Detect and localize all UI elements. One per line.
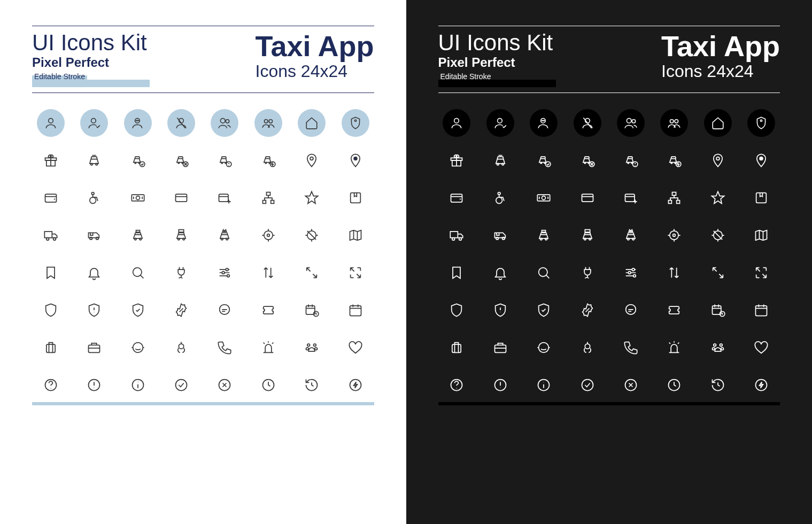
pixel-perfect: Pixel Perfect: [438, 55, 556, 70]
gift-icon: [438, 147, 475, 174]
svg-rect-38: [44, 232, 52, 238]
van-icon: [482, 221, 519, 249]
svg-point-129: [673, 234, 676, 237]
svg-point-68: [306, 348, 309, 350]
svg-point-25: [310, 157, 313, 160]
bell-icon: [482, 259, 519, 287]
svg-rect-104: [451, 194, 462, 202]
user-block-icon: [569, 109, 606, 137]
ticket-icon: [656, 296, 693, 324]
svg-point-40: [53, 238, 56, 241]
svg-point-77: [454, 118, 459, 123]
support-icon: [525, 334, 562, 361]
taxi-cancel-icon: [163, 147, 199, 174]
svg-point-28: [90, 197, 96, 204]
svg-point-96: [628, 163, 629, 164]
svg-point-31: [136, 196, 140, 200]
taxi-charge-icon: [250, 147, 287, 174]
svg-rect-120: [542, 230, 546, 233]
highlight-strip: [438, 80, 556, 87]
check-circle-icon: [569, 371, 606, 399]
map-icon: [743, 221, 780, 249]
svg-point-102: [716, 157, 720, 160]
svg-point-124: [584, 238, 586, 240]
bookmark-icon: [32, 259, 69, 287]
svg-point-142: [585, 344, 590, 349]
svg-point-16: [178, 163, 179, 164]
pin-filled-icon: [337, 147, 374, 174]
heart-icon: [743, 334, 780, 361]
collapse-icon: [699, 259, 736, 287]
svg-point-118: [496, 237, 498, 240]
history-icon: [293, 371, 330, 399]
calendar-icon: [743, 296, 780, 324]
svg-rect-113: [677, 201, 680, 204]
package-icon: [337, 184, 374, 212]
svg-point-0: [48, 118, 53, 123]
svg-rect-43: [136, 230, 140, 233]
chat-icon: [206, 296, 243, 324]
plug-eco-icon: [569, 259, 606, 287]
svg-point-67: [314, 344, 316, 346]
svg-point-73: [176, 380, 187, 391]
svg-point-99: [671, 163, 672, 164]
target-off-icon: [293, 221, 330, 249]
support-icon: [119, 334, 156, 361]
group-icon: [250, 109, 287, 137]
svg-rect-46: [179, 230, 183, 233]
card-add-icon: [206, 184, 243, 212]
search-icon: [525, 259, 562, 287]
svg-rect-139: [452, 344, 461, 352]
kit-title: UI Icons Kit: [32, 32, 150, 54]
tag-icon: [743, 109, 780, 137]
calendar-icon: [337, 296, 374, 324]
info-icon: [525, 371, 562, 399]
svg-point-143: [714, 344, 716, 346]
svg-rect-109: [582, 194, 593, 202]
bottom-highlight: [438, 402, 780, 405]
collapse-icon: [293, 259, 330, 287]
pin-icon: [293, 147, 330, 174]
svg-point-89: [502, 163, 504, 165]
svg-point-81: [627, 118, 631, 123]
phone-icon: [612, 334, 649, 361]
svg-rect-37: [350, 193, 360, 203]
clock-icon: [250, 371, 287, 399]
target-icon: [656, 221, 693, 249]
svg-point-83: [670, 120, 674, 124]
svg-rect-61: [350, 306, 361, 316]
suitcase-icon: [32, 334, 69, 361]
paw-icon: [293, 334, 330, 361]
svg-point-49: [221, 238, 223, 240]
svg-point-48: [183, 238, 185, 240]
icons-size: Icons 24x24: [661, 61, 754, 81]
mid-divider: [438, 93, 780, 93]
svg-point-134: [633, 275, 636, 278]
home-icon: [293, 109, 330, 137]
svg-point-57: [227, 275, 230, 278]
shield-icon: [32, 296, 69, 324]
taxi-alert-icon: [612, 147, 649, 174]
user-minus-icon: [525, 109, 562, 137]
discount-icon: [569, 296, 606, 324]
history-icon: [699, 371, 736, 399]
cash-icon: [525, 184, 562, 212]
light-panel: UI Icons Kit Pixel Perfect Editable Stro…: [0, 0, 406, 524]
group-icon: [656, 109, 693, 137]
svg-point-144: [720, 344, 722, 346]
svg-point-50: [226, 238, 228, 240]
top-divider: [438, 26, 780, 26]
svg-point-85: [761, 120, 762, 121]
svg-point-56: [222, 272, 225, 274]
svg-point-5: [226, 120, 230, 124]
svg-point-64: [133, 343, 143, 353]
taxi-charge-icon: [656, 147, 693, 174]
svg-point-65: [179, 344, 183, 349]
truck-icon: [438, 221, 475, 249]
svg-point-52: [267, 234, 270, 237]
x-circle-icon: [612, 371, 649, 399]
svg-rect-32: [176, 194, 187, 202]
clock-icon: [656, 371, 693, 399]
svg-point-29: [91, 192, 94, 195]
wheelchair-icon: [482, 184, 519, 212]
